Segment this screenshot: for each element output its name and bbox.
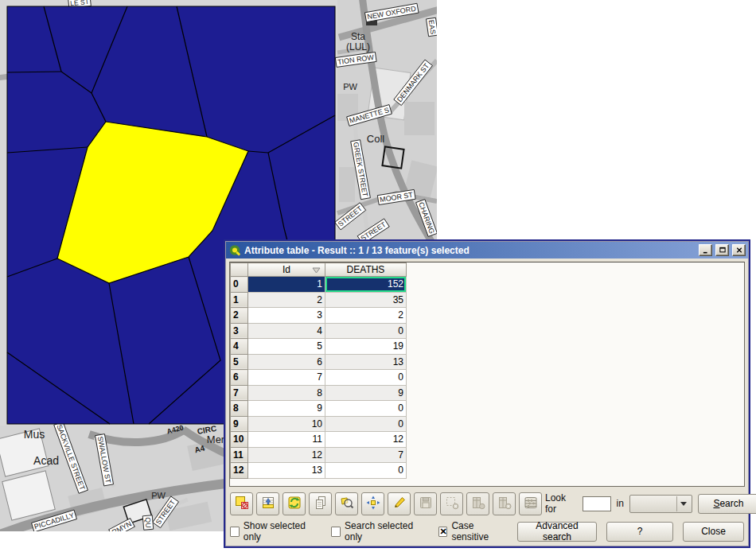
street-label: QU	[142, 515, 153, 530]
cell-deaths[interactable]: 0	[325, 463, 407, 479]
street-label: (LUL)	[346, 41, 370, 52]
window-titlebar[interactable]: Attribute table - Result :: 1 / 13 featu…	[226, 242, 748, 259]
field-calculator-icon	[523, 495, 539, 513]
cell-deaths[interactable]: 7	[325, 447, 407, 463]
cell-deaths[interactable]: 9	[325, 385, 407, 401]
checkbox-unchecked-icon[interactable]	[230, 527, 240, 537]
cell-id[interactable]: 7	[248, 370, 325, 386]
cell-deaths[interactable]: 19	[325, 339, 407, 355]
table-row[interactable]: 890	[231, 401, 407, 417]
minimize-button[interactable]	[699, 244, 712, 256]
chevron-down-icon[interactable]	[676, 496, 691, 511]
help-button[interactable]: ?	[606, 522, 673, 542]
cell-deaths[interactable]: 2	[325, 308, 407, 324]
row-header[interactable]: 8	[231, 401, 248, 417]
row-header[interactable]: 3	[231, 323, 248, 339]
cell-deaths[interactable]: 0	[325, 401, 407, 417]
column-header-deaths[interactable]: DEATHS	[325, 263, 407, 277]
footer-buttons: Advanced search ? Close	[517, 522, 744, 542]
table-row[interactable]: 789	[231, 385, 407, 401]
cell-id[interactable]: 2	[248, 292, 325, 308]
cell-id[interactable]: 6	[248, 354, 325, 370]
cell-deaths[interactable]: 0	[325, 323, 407, 339]
table-corner-cell[interactable]	[231, 263, 248, 277]
cell-deaths[interactable]: 0	[325, 416, 407, 432]
invert-selection-button[interactable]	[283, 492, 306, 515]
delete-selected-icon	[444, 495, 460, 513]
attribute-table: Id DEATHS 011521235232340451956136707898…	[230, 262, 407, 479]
cell-deaths[interactable]: 152	[325, 277, 407, 293]
search-button[interactable]: Search	[698, 494, 756, 514]
row-header[interactable]: 2	[231, 308, 248, 324]
cell-deaths[interactable]: 13	[325, 354, 407, 370]
look-for-input[interactable]	[583, 496, 611, 511]
attribute-table-viewport[interactable]: Id DEATHS 011521235232340451956136707898…	[229, 262, 745, 487]
table-row[interactable]: 12130	[231, 463, 407, 479]
checkbox-checked-icon[interactable]: ✕	[438, 527, 448, 537]
qgis-screen: LE STNEW OXFORDEASSta(LUL)TION ROWPWDENM…	[0, 0, 756, 552]
row-header[interactable]: 11	[231, 447, 248, 463]
maximize-button[interactable]	[715, 244, 729, 256]
cell-id[interactable]: 9	[248, 401, 325, 417]
toolbar-buttons	[230, 492, 542, 515]
table-row[interactable]: 5613	[231, 354, 407, 370]
cell-deaths[interactable]: 0	[325, 370, 407, 386]
row-header[interactable]: 0	[231, 277, 248, 293]
row-header[interactable]: 12	[231, 463, 248, 479]
cell-id[interactable]: 10	[248, 416, 325, 432]
copy-rows-button[interactable]	[309, 492, 332, 515]
cell-id[interactable]: 5	[248, 339, 325, 355]
attribute-table-window: Attribute table - Result :: 1 / 13 featu…	[225, 241, 749, 546]
table-row[interactable]: 670	[231, 370, 407, 386]
row-header[interactable]: 6	[231, 370, 248, 386]
table-row[interactable]: 1235	[231, 292, 407, 308]
street-label: PW	[343, 82, 357, 91]
street-label: Acad	[33, 454, 59, 467]
advanced-search-button[interactable]: Advanced search	[517, 522, 597, 542]
close-dialog-button[interactable]: Close	[683, 522, 744, 542]
table-row[interactable]: 9100	[231, 416, 407, 432]
pan-to-selection-button[interactable]	[361, 492, 384, 515]
cell-id[interactable]: 1	[248, 277, 325, 293]
row-header[interactable]: 10	[231, 432, 248, 448]
cell-id[interactable]: 8	[248, 385, 325, 401]
checkbox-label: Search selected only	[345, 520, 424, 542]
cell-deaths[interactable]: 35	[325, 292, 407, 308]
svg-text:(LUL): (LUL)	[346, 41, 370, 52]
street-label: Mus	[24, 428, 45, 441]
cell-id[interactable]: 13	[248, 463, 325, 479]
svg-text:Coll: Coll	[367, 133, 385, 145]
field-calculator-button[interactable]	[519, 492, 542, 515]
close-icon[interactable]	[732, 244, 746, 256]
table-row[interactable]: 01152	[231, 277, 407, 293]
delete-selected-button	[440, 492, 463, 515]
row-header[interactable]: 9	[231, 416, 248, 432]
cell-id[interactable]: 12	[248, 447, 325, 463]
save-edits-icon	[418, 495, 434, 513]
toggle-editing-button[interactable]	[388, 492, 411, 515]
table-row[interactable]: 232	[231, 308, 407, 324]
table-row[interactable]: 4519	[231, 339, 407, 355]
row-header[interactable]: 5	[231, 354, 248, 370]
checkbox-option: Search selected only	[331, 520, 423, 542]
column-header-id[interactable]: Id	[248, 263, 325, 277]
table-row[interactable]: 340	[231, 323, 407, 339]
cell-id[interactable]: 4	[248, 323, 325, 339]
checkbox-unchecked-icon[interactable]	[331, 527, 341, 537]
cell-id[interactable]: 11	[248, 432, 325, 448]
row-header[interactable]: 1	[231, 292, 248, 308]
move-selected-to-top-button[interactable]	[256, 492, 279, 515]
column-select-dropdown[interactable]	[629, 495, 692, 513]
zoom-to-selection-button[interactable]	[335, 492, 358, 515]
table-row[interactable]: 11127	[231, 447, 407, 463]
sort-descending-icon	[312, 267, 321, 274]
row-header[interactable]: 7	[231, 385, 248, 401]
cell-deaths[interactable]: 12	[325, 432, 407, 448]
table-row[interactable]: 101112	[231, 432, 407, 448]
unselect-all-button[interactable]	[230, 492, 253, 515]
cell-id[interactable]: 3	[248, 308, 325, 324]
window-title: Attribute table - Result :: 1 / 13 featu…	[244, 245, 696, 256]
checkbox-option: ✕Case sensitive	[438, 520, 507, 542]
row-header[interactable]: 4	[231, 339, 248, 355]
svg-text:Acad: Acad	[33, 454, 59, 467]
